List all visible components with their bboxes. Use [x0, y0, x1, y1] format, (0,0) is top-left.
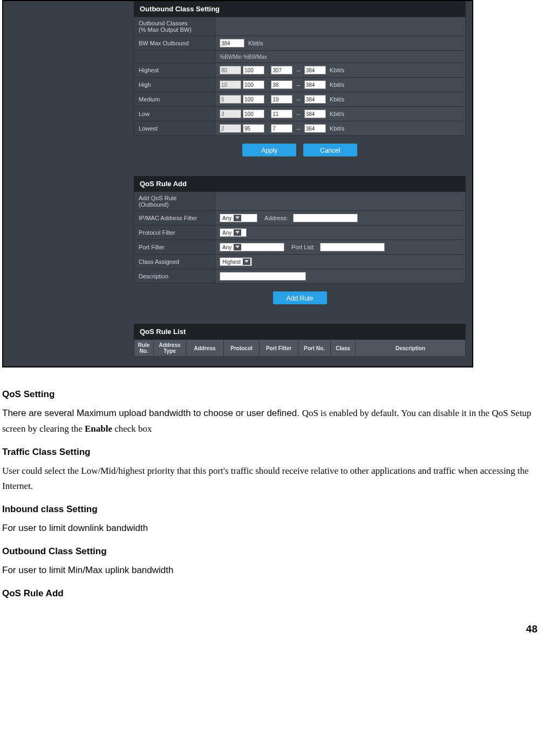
col-rule-no: Rule No.	[134, 340, 154, 357]
ipmac-filter-select[interactable]: Any	[220, 214, 257, 222]
col-description: Description	[356, 340, 466, 357]
priority-low-label: Low	[134, 107, 215, 121]
rulelist-panel-title: QoS Rule List	[134, 324, 466, 339]
portlist-input[interactable]	[320, 243, 385, 251]
bw-max-unit: Kbit/s	[248, 40, 263, 46]
router-screenshot: Outbound Class Setting Outbound Classes …	[2, 0, 473, 367]
priority-lowest-label: Lowest	[134, 121, 215, 136]
port-filter-label: Port Filter	[134, 240, 215, 255]
col-address: Address	[186, 340, 224, 357]
heading-qos-rule-add: QoS Rule Add	[2, 586, 533, 602]
chevron-down-icon	[243, 258, 250, 265]
col-address-type: Address Type	[154, 340, 186, 357]
lowest-calcmin	[271, 124, 292, 133]
chevron-down-icon	[234, 244, 241, 250]
highest-min-input[interactable]	[220, 66, 241, 74]
priority-high-label: High	[134, 78, 215, 92]
qos-rule-add-panel: QoS Rule Add Add QoS Rule (Outbound) IP/…	[134, 176, 466, 312]
lowest-min-input[interactable]	[220, 124, 241, 133]
col-protocol: Protocol	[224, 340, 260, 357]
heading-outbound-class: Outbound Class Setting	[2, 544, 533, 560]
left-gutter	[3, 1, 134, 366]
heading-inbound-class: Inbound class Setting	[2, 502, 533, 517]
high-min-input[interactable]	[220, 80, 241, 89]
class-assigned-label: Class Assigned	[134, 255, 215, 269]
highest-max-input[interactable]	[243, 66, 264, 74]
document-body: QoS Setting There are several Maximum up…	[0, 367, 540, 602]
description-label: Description	[134, 269, 215, 284]
bw-max-outbound-input[interactable]	[220, 39, 244, 47]
high-calcmin	[271, 80, 292, 89]
lowest-calcmax	[304, 124, 326, 133]
low-max-input[interactable]	[243, 110, 264, 118]
medium-calcmin	[271, 95, 292, 104]
medium-min-input[interactable]	[220, 95, 241, 104]
add-rule-button[interactable]: Add Rule	[273, 291, 327, 304]
high-calcmax	[304, 80, 326, 89]
ruleadd-panel-title: QoS Rule Add	[134, 176, 466, 192]
bw-subheader: %BWMin %BWMax	[220, 54, 267, 60]
para-outbound-class: For user to limit Min/Max uplink bandwid…	[2, 563, 533, 578]
col-class: Class	[331, 340, 356, 357]
high-max-input[interactable]	[243, 80, 264, 89]
priority-medium-label: Medium	[134, 92, 215, 107]
para-qos-setting: There are several Maximum upload bandwid…	[2, 406, 533, 437]
col-port-filter: Port Filter	[260, 340, 298, 357]
description-input[interactable]	[220, 272, 306, 281]
port-filter-select[interactable]: Any	[220, 243, 284, 251]
lowest-max-input[interactable]	[243, 124, 264, 133]
heading-qos-setting: QoS Setting	[2, 387, 533, 403]
address-label: Address:	[264, 215, 288, 221]
class-assigned-select[interactable]: Highest	[220, 257, 252, 266]
outbound-panel-title: Outbound Class Setting	[134, 1, 466, 17]
low-calcmax	[304, 110, 326, 118]
priority-highest-label: Highest	[134, 63, 215, 78]
cancel-button[interactable]: Cancel	[303, 144, 357, 156]
low-min-input[interactable]	[220, 110, 241, 118]
protocol-filter-label: Protocol Filter	[134, 226, 215, 240]
ipmac-filter-label: IP/MAC Address Filter	[134, 211, 215, 226]
heading-traffic-class: Traffic Class Setting	[2, 445, 533, 460]
add-qos-rule-label: Add QoS Rule (Outbound)	[134, 192, 215, 211]
low-calcmin	[271, 110, 292, 118]
col-port-no: Port No.	[298, 340, 331, 357]
outbound-classes-label: Outbound Classes (% Max Output BW)	[134, 17, 215, 36]
para-traffic-class: User could select the Low/Mid/highest pr…	[2, 464, 533, 495]
medium-max-input[interactable]	[243, 95, 264, 104]
bw-max-outbound-label: BW Max Outbound	[134, 36, 215, 51]
chevron-down-icon	[234, 215, 241, 221]
address-input[interactable]	[293, 214, 358, 222]
protocol-filter-select[interactable]: Any	[220, 228, 247, 237]
qos-rule-list-panel: QoS Rule List Rule No. Address Type Addr…	[134, 324, 466, 357]
highest-calcmax	[304, 66, 326, 74]
page-number: 48	[0, 605, 545, 639]
apply-button[interactable]: Apply	[242, 144, 296, 156]
para-inbound-class: For user to limit downlink bandwidth	[2, 521, 533, 536]
outbound-class-panel: Outbound Class Setting Outbound Classes …	[134, 1, 466, 164]
highest-calcmin	[271, 66, 292, 74]
chevron-down-icon	[234, 229, 241, 236]
medium-calcmax	[304, 95, 326, 104]
portlist-label: Port List:	[291, 244, 315, 250]
